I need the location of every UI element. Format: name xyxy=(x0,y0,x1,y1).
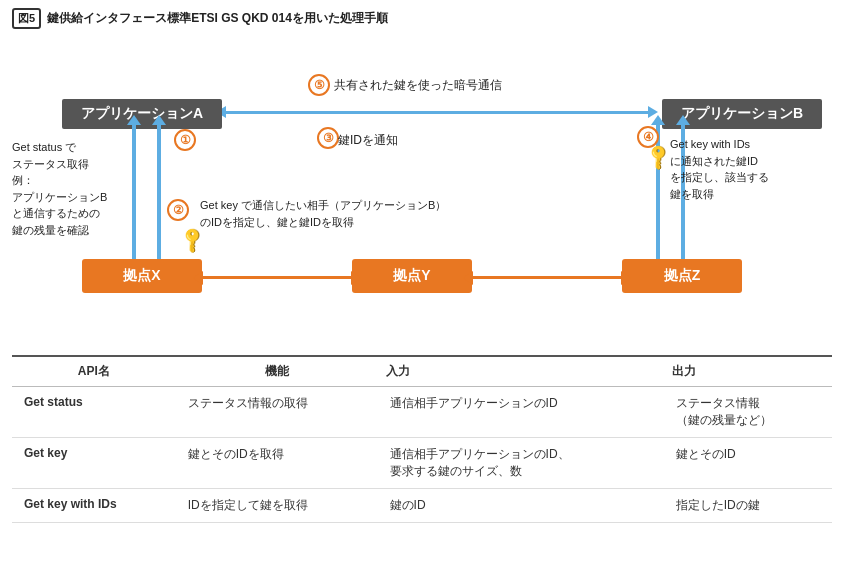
api-output-getstatus: ステータス情報 （鍵の残量など） xyxy=(664,387,832,438)
step2-label: Get key で通信したい相手（アプリケーションB） のIDを指定し、鍵と鍵I… xyxy=(200,197,446,230)
api-output-getkeyids: 指定したIDの鍵 xyxy=(664,489,832,523)
arrow-right-xy xyxy=(351,271,361,285)
base-z-box: 拠点Z xyxy=(622,259,742,293)
step-circle-1: ① xyxy=(174,129,196,151)
table-header-feature: 機能 xyxy=(176,356,378,387)
table-header-input: 入力 xyxy=(378,356,664,387)
figure-badge: 図5 xyxy=(12,8,41,29)
step5-label: 共有された鍵を使った暗号通信 xyxy=(334,77,502,94)
api-input-getkeyids: 鍵のID xyxy=(378,489,664,523)
table-header-api: API名 xyxy=(12,356,176,387)
api-name-getstatus: Get status xyxy=(12,387,176,438)
api-name-getkeyids: Get key with IDs xyxy=(12,489,176,523)
api-feature-getkey: 鍵とそのIDを取得 xyxy=(176,438,378,489)
step-circle-2: ② xyxy=(167,199,189,221)
api-output-getkey: 鍵とそのID xyxy=(664,438,832,489)
table-row-getstatus: Get status ステータス情報の取得 通信相手アプリケーションのID ステ… xyxy=(12,387,832,438)
step-circle-3: ③ xyxy=(317,127,339,149)
app-a-box: アプリケーションA xyxy=(62,99,222,129)
vert-arrow-a2 xyxy=(157,124,161,260)
api-feature-getkeyids: IDを指定して鍵を取得 xyxy=(176,489,378,523)
page-container: 図5 鍵供給インタフェース標準ETSI GS QKD 014を用いた処理手順 ア… xyxy=(0,0,844,523)
app-communication-arrow xyxy=(225,111,649,114)
base-x-box: 拠点X xyxy=(82,259,202,293)
api-table: API名 機能 入力 出力 Get status ステータス情報の取得 通信相手… xyxy=(12,355,832,523)
api-input-getstatus: 通信相手アプリケーションのID xyxy=(378,387,664,438)
figure-title-text: 鍵供給インタフェース標準ETSI GS QKD 014を用いた処理手順 xyxy=(47,10,388,27)
arrow-right-yz xyxy=(621,271,631,285)
connector-y-z xyxy=(472,276,622,279)
base-y-box: 拠点Y xyxy=(352,259,472,293)
api-input-getkey: 通信相手アプリケーションのID、 要求する鍵のサイズ、数 xyxy=(378,438,664,489)
table-row-getkey: Get key 鍵とそのIDを取得 通信相手アプリケーションのID、 要求する鍵… xyxy=(12,438,832,489)
step3-label: 鍵IDを通知 xyxy=(338,132,398,149)
step1-label: Get status で ステータス取得 例： アプリケーションB と通信するた… xyxy=(12,139,107,238)
arrow-left-xy xyxy=(193,271,203,285)
vert-arrow-a1 xyxy=(132,124,136,260)
api-feature-getstatus: ステータス情報の取得 xyxy=(176,387,378,438)
api-name-getkey: Get key xyxy=(12,438,176,489)
connector-x-y xyxy=(202,276,352,279)
table-row-getkeyids: Get key with IDs IDを指定して鍵を取得 鍵のID 指定したID… xyxy=(12,489,832,523)
diagram-area: アプリケーションA アプリケーションB 拠点X 拠点Y 拠点Z ① ② ③ ④ … xyxy=(12,39,832,349)
figure-title: 図5 鍵供給インタフェース標準ETSI GS QKD 014を用いた処理手順 xyxy=(12,8,832,29)
step-circle-5: ⑤ xyxy=(308,74,330,96)
step4-label: Get key with IDs に通知された鍵ID を指定し、該当する 鍵を取… xyxy=(670,136,769,202)
table-header-output: 出力 xyxy=(664,356,832,387)
arrow-left-yz xyxy=(463,271,473,285)
